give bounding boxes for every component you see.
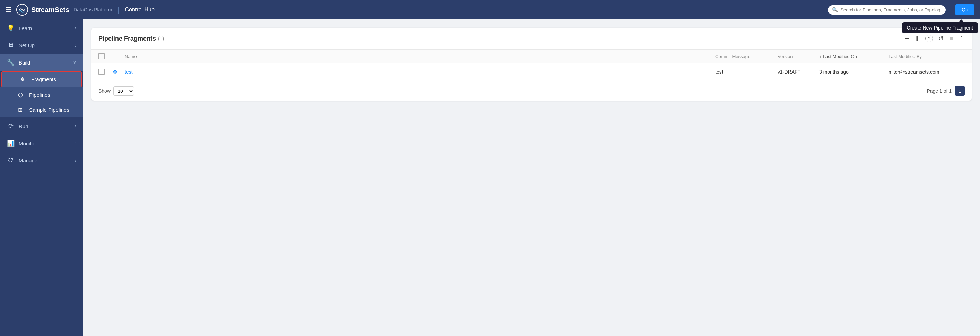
refresh-icon[interactable]: ↺ <box>939 35 943 42</box>
sidebar-label-pipelines: Pipelines <box>29 92 50 98</box>
sidebar-item-manage[interactable]: 🛡 Manage › <box>0 152 83 169</box>
more-icon[interactable]: ⋮ <box>959 35 965 42</box>
page-info: Page 1 of 1 <box>927 88 951 94</box>
header-divider: | <box>118 6 119 14</box>
col-checkbox-header <box>99 53 112 59</box>
sidebar-item-learn[interactable]: 💡 Learn › <box>0 19 83 37</box>
learn-icon: 💡 <box>7 24 14 32</box>
select-all-checkbox[interactable] <box>99 53 105 59</box>
logo: StreamSets <box>16 3 69 16</box>
hub-label: Control Hub <box>125 6 154 13</box>
chevron-icon-manage: › <box>75 158 76 163</box>
chevron-icon-learn: › <box>75 26 76 30</box>
sidebar: 💡 Learn › 🖥 Set Up › 🔧 Build ∨ ❖ Fragmen… <box>0 19 83 336</box>
pipelines-icon: ⬡ <box>18 92 25 98</box>
build-icon: 🔧 <box>7 59 14 66</box>
sidebar-item-fragments[interactable]: ❖ Fragments <box>2 72 81 87</box>
sidebar-label-fragments: Fragments <box>31 76 56 82</box>
show-per-page-select[interactable]: 10 25 50 100 <box>113 86 134 96</box>
table-row: ❖ test test v1-DRAFT 3 months ago mitch@… <box>91 63 972 81</box>
table-footer: Show 10 25 50 100 Page 1 of 1 1 <box>91 81 972 101</box>
col-modified-on-header[interactable]: ↓ Last Modified On <box>819 54 889 59</box>
search-bar: 🔍 <box>828 5 946 14</box>
logo-text: StreamSets <box>31 6 69 14</box>
sidebar-item-build[interactable]: 🔧 Build ∨ <box>0 54 83 71</box>
content-card: Pipeline Fragments (1) + ⬆ ? ↺ ≡ ⋮ <box>91 28 972 101</box>
sidebar-label-run: Run <box>19 123 71 129</box>
app-header: ☰ StreamSets DataOps Platform | Control … <box>0 0 980 19</box>
monitor-icon: 📊 <box>7 139 14 147</box>
search-input[interactable] <box>828 5 946 14</box>
fragments-highlight-border: ❖ Fragments <box>2 71 82 88</box>
card-header: Pipeline Fragments (1) + ⬆ ? ↺ ≡ ⋮ <box>91 28 972 50</box>
table-header: Name Commit Message Version ↓ Last Modif… <box>91 50 972 63</box>
sidebar-label-sample-pipelines: Sample Pipelines <box>29 107 69 113</box>
chevron-icon-build: ∨ <box>73 60 76 65</box>
show-label: Show <box>99 88 111 94</box>
page-number-button[interactable]: 1 <box>955 86 965 96</box>
menu-icon[interactable]: ☰ <box>6 6 12 14</box>
search-icon: 🔍 <box>832 7 838 13</box>
row-name[interactable]: test <box>125 69 715 75</box>
row-checkbox-cell <box>99 69 112 75</box>
run-icon: ⟳ <box>7 122 14 130</box>
sort-desc-icon: ↓ <box>819 54 822 59</box>
platform-label: DataOps Platform <box>73 7 112 13</box>
row-commit-message: test <box>715 69 778 75</box>
row-version: v1-DRAFT <box>778 69 819 75</box>
upload-icon[interactable]: ⬆ <box>915 35 920 42</box>
row-last-modified-by: mitch@streamsets.com <box>889 69 965 75</box>
sidebar-label-setup: Set Up <box>19 42 71 48</box>
pagination: Page 1 of 1 1 <box>927 86 965 96</box>
help-icon[interactable]: ? <box>925 35 933 42</box>
chevron-icon-monitor: › <box>75 141 76 146</box>
row-select-checkbox[interactable] <box>99 69 105 75</box>
header-right: Qu Create New Pipeline Fragment <box>955 4 974 15</box>
sidebar-item-run[interactable]: ⟳ Run › <box>0 117 83 135</box>
sidebar-item-sample-pipelines[interactable]: ⊞ Sample Pipelines <box>0 102 83 117</box>
sample-pipelines-icon: ⊞ <box>18 107 25 113</box>
col-version-header[interactable]: Version <box>778 54 819 59</box>
card-count: (1) <box>158 36 164 41</box>
sidebar-label-build: Build <box>19 60 69 66</box>
setup-icon: 🖥 <box>7 42 14 49</box>
card-title: Pipeline Fragments <box>99 35 156 42</box>
row-last-modified: 3 months ago <box>819 69 889 75</box>
manage-icon: 🛡 <box>7 157 14 164</box>
sidebar-label-learn: Learn <box>19 26 71 31</box>
sidebar-label-monitor: Monitor <box>19 141 71 147</box>
card-actions: + ⬆ ? ↺ ≡ ⋮ <box>905 34 965 43</box>
fragments-icon: ❖ <box>20 76 27 83</box>
streamsets-logo-icon <box>16 3 29 16</box>
add-icon[interactable]: + <box>905 34 909 43</box>
sidebar-item-setup[interactable]: 🖥 Set Up › <box>0 37 83 54</box>
chevron-icon-run: › <box>75 123 76 128</box>
fragments-table: Name Commit Message Version ↓ Last Modif… <box>91 50 972 81</box>
sidebar-label-manage: Manage <box>19 158 71 163</box>
filter-icon[interactable]: ≡ <box>949 35 953 42</box>
create-new-button[interactable]: Qu <box>955 4 974 15</box>
sidebar-item-monitor[interactable]: 📊 Monitor › <box>0 135 83 152</box>
col-name-header[interactable]: Name <box>125 54 715 59</box>
main-content: Pipeline Fragments (1) + ⬆ ? ↺ ≡ ⋮ <box>83 19 980 336</box>
col-commit-header[interactable]: Commit Message <box>715 54 778 59</box>
col-modified-by-header[interactable]: Last Modified By <box>889 54 965 59</box>
sidebar-item-pipelines[interactable]: ⬡ Pipelines <box>0 88 83 102</box>
row-fragment-icon: ❖ <box>112 68 125 76</box>
body-wrap: 💡 Learn › 🖥 Set Up › 🔧 Build ∨ ❖ Fragmen… <box>0 19 980 336</box>
chevron-icon-setup: › <box>75 43 76 48</box>
create-pipeline-fragment-tooltip: Create New Pipeline Fragment <box>902 22 978 33</box>
